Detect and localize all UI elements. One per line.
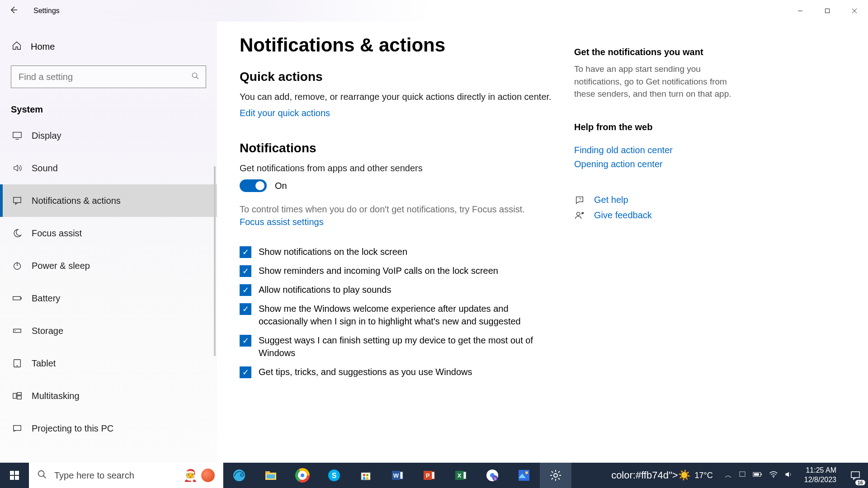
tray-security-icon[interactable] xyxy=(738,470,746,480)
tray-clock[interactable]: 11:25 AM 12/8/2023 xyxy=(798,466,843,485)
quick-actions-heading: Quick actions xyxy=(240,70,556,84)
focus-assist-link[interactable]: Focus assist settings xyxy=(240,217,324,227)
action-center-button[interactable]: 16 xyxy=(843,463,868,488)
display-icon xyxy=(12,130,23,141)
taskbar-apps: S W P X S xyxy=(223,463,571,488)
checkbox-tips[interactable]: ✓ xyxy=(240,366,251,378)
search-icon xyxy=(191,72,199,82)
sidebar-item-label: Notifications & actions xyxy=(32,196,121,206)
moon-icon xyxy=(12,228,23,239)
notifications-icon xyxy=(12,195,23,206)
tray-chevron-up-icon[interactable]: ︿ xyxy=(725,471,732,480)
checkbox-lock-screen[interactable]: ✓ xyxy=(240,246,251,258)
checkbox-sounds[interactable]: ✓ xyxy=(240,284,251,296)
checkbox-row: ✓ Suggest ways I can finish setting up m… xyxy=(240,334,556,359)
svg-rect-23 xyxy=(10,476,14,480)
close-button[interactable] xyxy=(841,0,868,22)
tray-volume-icon[interactable] xyxy=(784,470,793,480)
svg-text:?: ? xyxy=(579,197,581,202)
svg-text:X: X xyxy=(458,472,462,479)
svg-text:S: S xyxy=(332,472,337,479)
checkbox-row: ✓ Allow notifications to play sounds xyxy=(240,283,556,296)
home-button[interactable]: Home xyxy=(0,33,217,61)
taskbar-app-explorer[interactable] xyxy=(255,463,287,488)
taskbar-app-edge[interactable] xyxy=(223,463,255,488)
notifications-toggle[interactable] xyxy=(240,179,267,192)
svg-rect-10 xyxy=(21,297,22,299)
tray-date: 12/8/2023 xyxy=(804,475,836,485)
sidebar-item-label: Battery xyxy=(32,293,60,304)
red-circle-icon xyxy=(201,469,215,482)
system-tray: color:#ffb74d">☀️ 17°C ︿ 11:25 AM 12/8/2… xyxy=(604,463,868,488)
help-link-old-action-center[interactable]: Finding old action center xyxy=(574,145,732,155)
sidebar-scrollbar[interactable] xyxy=(214,166,216,356)
sidebar-item-notifications[interactable]: Notifications & actions xyxy=(0,184,217,217)
taskbar-app-skype[interactable]: S xyxy=(318,463,350,488)
edit-quick-actions-link[interactable]: Edit your quick actions xyxy=(240,108,330,118)
search-input[interactable] xyxy=(18,71,191,83)
notification-count-badge: 16 xyxy=(855,480,865,485)
svg-rect-24 xyxy=(15,476,19,480)
titlebar: Settings xyxy=(0,0,868,22)
taskbar-app-chrome-alt[interactable]: S xyxy=(476,463,508,488)
checkbox-finish-setup[interactable]: ✓ xyxy=(240,335,251,347)
sidebar-item-label: Power & sleep xyxy=(32,261,90,271)
get-help-row[interactable]: ? Get help xyxy=(574,195,732,206)
svg-point-12 xyxy=(14,330,15,331)
power-icon xyxy=(12,260,23,271)
taskbar-app-msstore[interactable] xyxy=(350,463,382,488)
taskbar-app-powerpoint[interactable]: P xyxy=(413,463,445,488)
give-feedback-row[interactable]: Give feedback xyxy=(574,210,732,221)
checkbox-row: ✓ Show me the Windows welcome experience… xyxy=(240,302,556,328)
checkbox-welcome-experience[interactable]: ✓ xyxy=(240,303,251,315)
sidebar-item-display[interactable]: Display xyxy=(0,119,217,152)
svg-rect-41 xyxy=(366,474,368,476)
sidebar-item-focus-assist[interactable]: Focus assist xyxy=(0,217,217,249)
maximize-button[interactable] xyxy=(814,0,841,22)
search-box[interactable] xyxy=(11,66,206,88)
checkbox-voip[interactable]: ✓ xyxy=(240,265,251,277)
taskbar-search[interactable]: Type here to search 🧑‍🎄 xyxy=(29,463,223,488)
start-button[interactable] xyxy=(0,463,29,488)
sidebar-item-sound[interactable]: Sound xyxy=(0,152,217,184)
taskbar-app-excel[interactable]: X xyxy=(445,463,476,488)
sidebar-item-projecting[interactable]: Projecting to this PC xyxy=(0,412,217,445)
gingerbread-icon: 🧑‍🎄 xyxy=(183,469,198,483)
svg-rect-65 xyxy=(851,472,859,478)
checkbox-label: Show notifications on the lock screen xyxy=(259,245,407,258)
back-button[interactable] xyxy=(5,5,23,17)
weather-widget[interactable]: color:#ffb74d">☀️ 17°C xyxy=(604,469,720,481)
svg-rect-42 xyxy=(363,477,365,479)
sidebar-item-label: Storage xyxy=(32,326,63,336)
minimize-button[interactable] xyxy=(787,0,814,22)
get-help-label: Get help xyxy=(594,195,628,205)
svg-rect-22 xyxy=(15,471,19,475)
svg-rect-16 xyxy=(17,393,21,395)
checkbox-label: Allow notifications to play sounds xyxy=(259,283,392,296)
svg-point-2 xyxy=(192,73,197,78)
taskbar-app-chrome[interactable] xyxy=(287,463,318,488)
aside-tip-body: To have an app start sending you notific… xyxy=(574,63,732,100)
sidebar-item-storage[interactable]: Storage xyxy=(0,314,217,347)
taskbar-app-settings[interactable] xyxy=(540,463,571,488)
taskbar-app-word[interactable]: W xyxy=(382,463,413,488)
sidebar-item-battery[interactable]: Battery xyxy=(0,282,217,314)
sidebar-item-tablet[interactable]: Tablet xyxy=(0,347,217,380)
sidebar-item-power-sleep[interactable]: Power & sleep xyxy=(0,249,217,282)
help-link-opening-action-center[interactable]: Opening action center xyxy=(574,159,732,169)
window-title: Settings xyxy=(33,7,60,15)
svg-point-20 xyxy=(577,212,580,215)
sidebar-item-multitasking[interactable]: Multitasking xyxy=(0,380,217,412)
svg-rect-18 xyxy=(14,426,21,431)
tray-wifi-icon[interactable] xyxy=(769,471,778,480)
svg-rect-17 xyxy=(17,396,21,399)
taskbar-app-photos[interactable] xyxy=(508,463,540,488)
sidebar-item-label: Sound xyxy=(32,163,58,174)
multitasking-icon xyxy=(12,390,23,401)
tray-battery-icon[interactable] xyxy=(753,471,763,479)
sound-icon xyxy=(12,163,23,174)
svg-rect-40 xyxy=(363,474,365,476)
svg-rect-1 xyxy=(826,9,830,13)
svg-point-64 xyxy=(773,477,774,478)
svg-line-3 xyxy=(196,77,198,79)
